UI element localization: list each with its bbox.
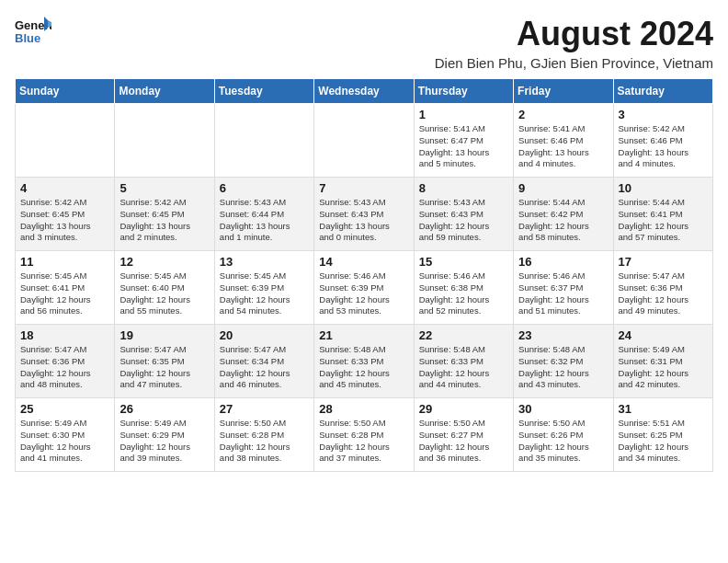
calendar-cell: 20Sunrise: 5:47 AM Sunset: 6:34 PM Dayli…: [214, 325, 313, 398]
calendar-table: SundayMondayTuesdayWednesdayThursdayFrid…: [15, 78, 713, 472]
day-number: 13: [220, 255, 309, 269]
day-number: 12: [119, 255, 209, 269]
day-info: Sunrise: 5:50 AM Sunset: 6:27 PM Dayligh…: [419, 418, 508, 465]
weekday-header-thursday: Thursday: [414, 79, 513, 104]
day-number: 29: [419, 402, 508, 416]
calendar-cell: [115, 104, 214, 178]
month-title: August 2024: [435, 15, 713, 53]
day-number: 30: [518, 402, 608, 416]
day-info: Sunrise: 5:42 AM Sunset: 6:45 PM Dayligh…: [20, 197, 109, 244]
page-header: General Blue August 2024 Dien Bien Phu, …: [15, 15, 713, 71]
calendar-week-row: 1Sunrise: 5:41 AM Sunset: 6:47 PM Daylig…: [16, 104, 713, 178]
calendar-cell: 18Sunrise: 5:47 AM Sunset: 6:36 PM Dayli…: [16, 325, 115, 398]
day-info: Sunrise: 5:46 AM Sunset: 6:39 PM Dayligh…: [319, 270, 408, 317]
day-number: 17: [619, 255, 708, 269]
day-info: Sunrise: 5:42 AM Sunset: 6:46 PM Dayligh…: [619, 123, 708, 170]
day-info: Sunrise: 5:41 AM Sunset: 6:46 PM Dayligh…: [518, 123, 608, 170]
calendar-cell: 3Sunrise: 5:42 AM Sunset: 6:46 PM Daylig…: [613, 104, 712, 178]
day-info: Sunrise: 5:50 AM Sunset: 6:28 PM Dayligh…: [319, 418, 408, 465]
calendar-week-row: 25Sunrise: 5:49 AM Sunset: 6:30 PM Dayli…: [16, 398, 713, 472]
day-info: Sunrise: 5:48 AM Sunset: 6:32 PM Dayligh…: [518, 344, 608, 391]
day-number: 9: [518, 181, 608, 195]
day-info: Sunrise: 5:45 AM Sunset: 6:41 PM Dayligh…: [20, 270, 109, 317]
calendar-cell: [16, 104, 115, 178]
day-number: 20: [220, 328, 309, 342]
day-info: Sunrise: 5:48 AM Sunset: 6:33 PM Dayligh…: [319, 344, 408, 391]
day-number: 25: [20, 402, 109, 416]
day-number: 7: [319, 181, 408, 195]
weekday-header-sunday: Sunday: [16, 79, 115, 104]
day-number: 27: [220, 402, 309, 416]
day-number: 3: [619, 108, 708, 121]
weekday-header-wednesday: Wednesday: [314, 79, 414, 104]
day-info: Sunrise: 5:50 AM Sunset: 6:28 PM Dayligh…: [220, 418, 309, 465]
logo: General Blue: [15, 15, 51, 48]
day-info: Sunrise: 5:45 AM Sunset: 6:40 PM Dayligh…: [119, 270, 209, 317]
calendar-cell: 29Sunrise: 5:50 AM Sunset: 6:27 PM Dayli…: [414, 398, 513, 472]
day-number: 24: [619, 328, 708, 342]
day-info: Sunrise: 5:50 AM Sunset: 6:26 PM Dayligh…: [518, 418, 608, 465]
day-number: 4: [20, 181, 109, 195]
calendar-cell: 10Sunrise: 5:44 AM Sunset: 6:41 PM Dayli…: [613, 178, 712, 251]
calendar-cell: 27Sunrise: 5:50 AM Sunset: 6:28 PM Dayli…: [214, 398, 313, 472]
calendar-cell: 1Sunrise: 5:41 AM Sunset: 6:47 PM Daylig…: [414, 104, 513, 178]
calendar-cell: 5Sunrise: 5:42 AM Sunset: 6:45 PM Daylig…: [115, 178, 214, 251]
day-info: Sunrise: 5:44 AM Sunset: 6:41 PM Dayligh…: [619, 197, 708, 244]
calendar-cell: 4Sunrise: 5:42 AM Sunset: 6:45 PM Daylig…: [16, 178, 115, 251]
day-number: 22: [419, 328, 508, 342]
calendar-week-row: 18Sunrise: 5:47 AM Sunset: 6:36 PM Dayli…: [16, 325, 713, 398]
calendar-cell: [314, 104, 414, 178]
day-info: Sunrise: 5:43 AM Sunset: 6:44 PM Dayligh…: [220, 197, 309, 244]
weekday-header-friday: Friday: [514, 79, 613, 104]
calendar-cell: 21Sunrise: 5:48 AM Sunset: 6:33 PM Dayli…: [314, 325, 414, 398]
day-info: Sunrise: 5:41 AM Sunset: 6:47 PM Dayligh…: [419, 123, 508, 170]
weekday-header-row: SundayMondayTuesdayWednesdayThursdayFrid…: [16, 79, 713, 104]
day-info: Sunrise: 5:44 AM Sunset: 6:42 PM Dayligh…: [518, 197, 608, 244]
calendar-cell: 28Sunrise: 5:50 AM Sunset: 6:28 PM Dayli…: [314, 398, 414, 472]
calendar-cell: 19Sunrise: 5:47 AM Sunset: 6:35 PM Dayli…: [115, 325, 214, 398]
day-info: Sunrise: 5:47 AM Sunset: 6:34 PM Dayligh…: [220, 344, 309, 391]
calendar-cell: 2Sunrise: 5:41 AM Sunset: 6:46 PM Daylig…: [514, 104, 613, 178]
day-number: 26: [119, 402, 209, 416]
calendar-cell: 6Sunrise: 5:43 AM Sunset: 6:44 PM Daylig…: [214, 178, 313, 251]
day-info: Sunrise: 5:51 AM Sunset: 6:25 PM Dayligh…: [619, 418, 708, 465]
day-number: 28: [319, 402, 408, 416]
calendar-cell: 15Sunrise: 5:46 AM Sunset: 6:38 PM Dayli…: [414, 251, 513, 325]
day-info: Sunrise: 5:47 AM Sunset: 6:36 PM Dayligh…: [619, 270, 708, 317]
weekday-header-saturday: Saturday: [613, 79, 712, 104]
calendar-cell: 24Sunrise: 5:49 AM Sunset: 6:31 PM Dayli…: [613, 325, 712, 398]
day-number: 16: [518, 255, 608, 269]
day-info: Sunrise: 5:45 AM Sunset: 6:39 PM Dayligh…: [220, 270, 309, 317]
calendar-cell: 12Sunrise: 5:45 AM Sunset: 6:40 PM Dayli…: [115, 251, 214, 325]
day-info: Sunrise: 5:47 AM Sunset: 6:36 PM Dayligh…: [20, 344, 109, 391]
day-number: 10: [619, 181, 708, 195]
calendar-cell: 11Sunrise: 5:45 AM Sunset: 6:41 PM Dayli…: [16, 251, 115, 325]
calendar-cell: 23Sunrise: 5:48 AM Sunset: 6:32 PM Dayli…: [514, 325, 613, 398]
day-info: Sunrise: 5:42 AM Sunset: 6:45 PM Dayligh…: [119, 197, 209, 244]
day-number: 15: [419, 255, 508, 269]
day-info: Sunrise: 5:49 AM Sunset: 6:29 PM Dayligh…: [119, 418, 209, 465]
day-info: Sunrise: 5:46 AM Sunset: 6:37 PM Dayligh…: [518, 270, 608, 317]
calendar-cell: 7Sunrise: 5:43 AM Sunset: 6:43 PM Daylig…: [314, 178, 414, 251]
day-number: 6: [220, 181, 309, 195]
day-info: Sunrise: 5:46 AM Sunset: 6:38 PM Dayligh…: [419, 270, 508, 317]
logo-icon: General Blue: [15, 15, 51, 48]
day-info: Sunrise: 5:43 AM Sunset: 6:43 PM Dayligh…: [419, 197, 508, 244]
day-info: Sunrise: 5:43 AM Sunset: 6:43 PM Dayligh…: [319, 197, 408, 244]
day-number: 23: [518, 328, 608, 342]
weekday-header-monday: Monday: [115, 79, 214, 104]
day-number: 5: [119, 181, 209, 195]
calendar-cell: [214, 104, 313, 178]
title-block: August 2024 Dien Bien Phu, GJien Bien Pr…: [435, 15, 713, 71]
day-number: 14: [319, 255, 408, 269]
calendar-cell: 22Sunrise: 5:48 AM Sunset: 6:33 PM Dayli…: [414, 325, 513, 398]
calendar-week-row: 11Sunrise: 5:45 AM Sunset: 6:41 PM Dayli…: [16, 251, 713, 325]
day-number: 8: [419, 181, 508, 195]
day-number: 19: [119, 328, 209, 342]
day-number: 31: [619, 402, 708, 416]
calendar-cell: 14Sunrise: 5:46 AM Sunset: 6:39 PM Dayli…: [314, 251, 414, 325]
location-title: Dien Bien Phu, GJien Bien Province, Viet…: [435, 55, 713, 71]
calendar-cell: 31Sunrise: 5:51 AM Sunset: 6:25 PM Dayli…: [613, 398, 712, 472]
calendar-cell: 17Sunrise: 5:47 AM Sunset: 6:36 PM Dayli…: [613, 251, 712, 325]
weekday-header-tuesday: Tuesday: [214, 79, 313, 104]
